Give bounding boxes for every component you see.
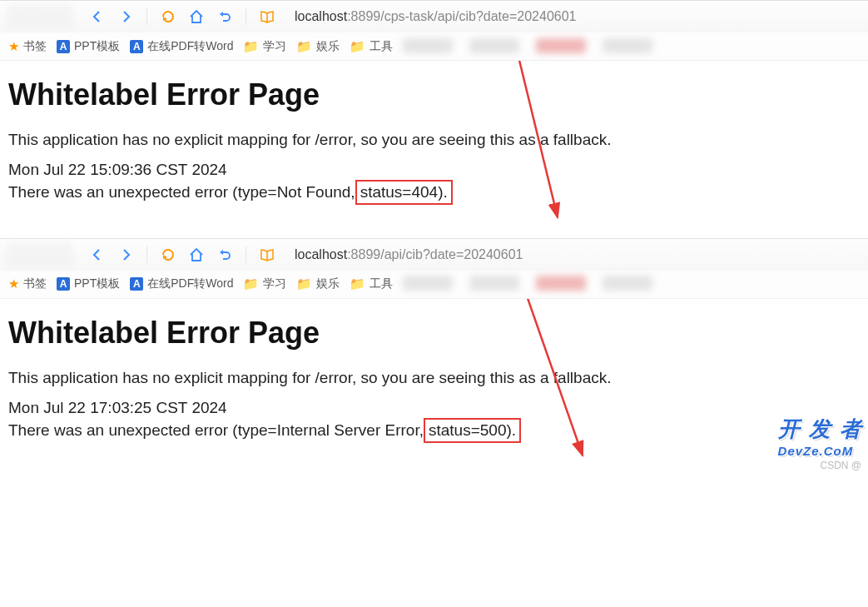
- error-prefix: There was an unexpected error (type=Not …: [8, 183, 355, 201]
- a-icon: A: [57, 277, 70, 291]
- tab-stub[interactable]: [7, 4, 73, 29]
- tab-stub[interactable]: [7, 242, 73, 267]
- folder-icon: 📁: [350, 39, 365, 54]
- folder-icon: 📁: [243, 39, 259, 54]
- browser-toolbar: localhost:8899/cps-task/api/cib?date=202…: [0, 1, 868, 32]
- toolbar-separator: [146, 246, 147, 263]
- bookmark-blurred: [403, 38, 860, 55]
- error-status-highlight: status=404).: [355, 180, 453, 205]
- undo-button[interactable]: [212, 4, 237, 29]
- page-title: Whitelabel Error Page: [8, 77, 860, 112]
- bookmark-ppt[interactable]: APPT模板: [57, 39, 120, 54]
- address-bar[interactable]: localhost:8899/api/cib?date=20240601: [283, 243, 861, 266]
- watermark-logo: 开 发 者 DevZe.CoM: [778, 415, 863, 458]
- home-button[interactable]: [184, 4, 209, 29]
- reader-button[interactable]: [255, 242, 280, 267]
- folder-icon: 📁: [296, 276, 312, 291]
- error-timestamp: Mon Jul 22 17:03:25 CST 2024: [8, 397, 860, 419]
- toolbar-separator: [146, 8, 147, 25]
- browser-window-1: localhost:8899/cps-task/api/cib?date=202…: [0, 0, 868, 238]
- a-icon: A: [57, 40, 70, 53]
- error-prefix: There was an unexpected error (type=Inte…: [8, 421, 424, 439]
- watermark-csdn: CSDN @: [820, 460, 861, 471]
- bookmarks-label[interactable]: ★书签: [8, 276, 47, 291]
- bookmarks-label[interactable]: ★书签: [8, 39, 47, 54]
- error-detail: There was an unexpected error (type=Not …: [8, 180, 860, 205]
- folder-icon: 📁: [350, 276, 365, 291]
- forward-button[interactable]: [113, 4, 138, 29]
- bookmark-study[interactable]: 📁学习: [243, 276, 286, 291]
- home-button[interactable]: [184, 242, 209, 267]
- browser-window-2: localhost:8899/api/cib?date=20240601 ★书签…: [0, 238, 868, 476]
- bookmark-tools[interactable]: 📁工具: [350, 276, 393, 291]
- bookmarks-bar: ★书签 APPT模板 A在线PDF转Word 📁学习 📁娱乐 📁工具: [0, 271, 868, 299]
- error-detail: There was an unexpected error (type=Inte…: [8, 418, 860, 443]
- error-timestamp: Mon Jul 22 15:09:36 CST 2024: [8, 159, 860, 181]
- error-status-highlight: status=500).: [424, 418, 521, 443]
- a-icon: A: [130, 40, 143, 53]
- url-host: localhost: [295, 9, 347, 24]
- bookmarks-bar: ★书签 APPT模板 A在线PDF转Word 📁学习 📁娱乐 📁工具: [0, 32, 868, 61]
- bookmark-entertainment[interactable]: 📁娱乐: [296, 39, 340, 54]
- error-message: This application has no explicit mapping…: [8, 367, 860, 389]
- reload-button[interactable]: [156, 4, 181, 29]
- page-title: Whitelabel Error Page: [8, 316, 860, 351]
- url-path: :8899/api/cib?date=20240601: [347, 247, 523, 262]
- reload-button[interactable]: [156, 242, 181, 267]
- toolbar-separator: [246, 8, 246, 25]
- page-content: Whitelabel Error Page This application h…: [0, 61, 868, 238]
- toolbar-separator: [246, 246, 246, 263]
- folder-icon: 📁: [296, 39, 312, 54]
- star-icon: ★: [8, 39, 19, 54]
- bookmark-tools[interactable]: 📁工具: [350, 39, 393, 54]
- url-host: localhost: [295, 247, 347, 262]
- error-message: This application has no explicit mapping…: [8, 129, 860, 151]
- bookmark-ppt[interactable]: APPT模板: [57, 276, 120, 291]
- bookmark-entertainment[interactable]: 📁娱乐: [296, 276, 340, 291]
- bookmark-study[interactable]: 📁学习: [243, 39, 286, 54]
- bookmark-pdf[interactable]: A在线PDF转Word: [130, 276, 233, 291]
- back-button[interactable]: [85, 242, 110, 267]
- star-icon: ★: [8, 276, 19, 291]
- forward-button[interactable]: [113, 242, 138, 267]
- folder-icon: 📁: [243, 276, 259, 291]
- url-path: :8899/cps-task/api/cib?date=20240601: [347, 9, 576, 24]
- bookmark-pdf[interactable]: A在线PDF转Word: [130, 39, 233, 54]
- a-icon: A: [130, 277, 143, 291]
- reader-button[interactable]: [255, 4, 280, 29]
- browser-toolbar: localhost:8899/api/cib?date=20240601: [0, 239, 868, 271]
- undo-button[interactable]: [212, 242, 237, 267]
- back-button[interactable]: [85, 4, 110, 29]
- address-bar[interactable]: localhost:8899/cps-task/api/cib?date=202…: [283, 5, 861, 28]
- bookmark-blurred: [403, 276, 860, 292]
- page-content: Whitelabel Error Page This application h…: [0, 299, 868, 476]
